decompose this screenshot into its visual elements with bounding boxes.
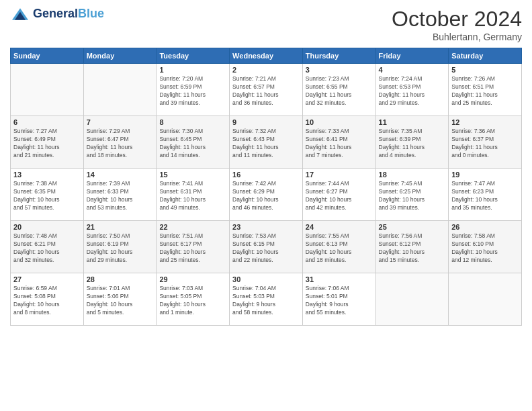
day-number: 3	[306, 66, 373, 74]
day-info: Sunrise: 7:27 AM Sunset: 6:49 PM Dayligh…	[13, 128, 81, 160]
day-cell: 6Sunrise: 7:27 AM Sunset: 6:49 PM Daylig…	[11, 116, 84, 169]
calendar-table: SundayMondayTuesdayWednesdayThursdayFrid…	[10, 48, 522, 326]
day-cell: 19Sunrise: 7:47 AM Sunset: 6:23 PM Dayli…	[449, 169, 522, 221]
column-header-monday: Monday	[83, 48, 157, 64]
day-cell	[83, 64, 157, 116]
day-cell: 27Sunrise: 6:59 AM Sunset: 5:08 PM Dayli…	[11, 273, 84, 326]
day-number: 22	[159, 223, 226, 231]
day-cell	[375, 273, 449, 326]
header-row: SundayMondayTuesdayWednesdayThursdayFrid…	[11, 48, 522, 64]
day-number: 14	[87, 171, 154, 179]
day-info: Sunrise: 7:36 AM Sunset: 6:37 PM Dayligh…	[451, 128, 519, 160]
logo-icon	[10, 7, 30, 21]
day-number: 12	[451, 118, 519, 126]
day-cell: 26Sunrise: 7:58 AM Sunset: 6:10 PM Dayli…	[449, 221, 522, 273]
day-info: Sunrise: 7:50 AM Sunset: 6:19 PM Dayligh…	[87, 232, 154, 265]
logo: GeneralBlue	[10, 7, 104, 21]
day-info: Sunrise: 7:38 AM Sunset: 6:35 PM Dayligh…	[13, 180, 81, 212]
logo-text-blue: Blue	[78, 7, 104, 20]
day-info: Sunrise: 7:35 AM Sunset: 6:39 PM Dayligh…	[379, 128, 446, 160]
day-number: 17	[306, 171, 373, 179]
day-number: 20	[13, 223, 81, 231]
day-number: 1	[159, 66, 226, 74]
month-title: October 2024	[392, 7, 522, 32]
day-info: Sunrise: 7:33 AM Sunset: 6:41 PM Dayligh…	[306, 128, 373, 160]
column-header-tuesday: Tuesday	[157, 48, 230, 64]
day-info: Sunrise: 7:47 AM Sunset: 6:23 PM Dayligh…	[451, 180, 519, 212]
day-info: Sunrise: 7:30 AM Sunset: 6:45 PM Dayligh…	[159, 128, 226, 160]
day-cell: 24Sunrise: 7:55 AM Sunset: 6:13 PM Dayli…	[302, 221, 375, 273]
day-number: 5	[451, 66, 519, 74]
day-cell: 2Sunrise: 7:21 AM Sunset: 6:57 PM Daylig…	[230, 64, 303, 116]
day-info: Sunrise: 7:29 AM Sunset: 6:47 PM Dayligh…	[87, 128, 154, 160]
day-number: 16	[232, 171, 300, 179]
day-info: Sunrise: 7:24 AM Sunset: 6:53 PM Dayligh…	[379, 75, 446, 107]
day-info: Sunrise: 7:32 AM Sunset: 6:43 PM Dayligh…	[232, 128, 300, 160]
day-info: Sunrise: 6:59 AM Sunset: 5:08 PM Dayligh…	[13, 285, 81, 317]
day-info: Sunrise: 7:56 AM Sunset: 6:12 PM Dayligh…	[379, 232, 446, 265]
day-cell: 11Sunrise: 7:35 AM Sunset: 6:39 PM Dayli…	[375, 116, 449, 169]
day-number: 18	[379, 171, 446, 179]
day-info: Sunrise: 7:03 AM Sunset: 5:05 PM Dayligh…	[159, 285, 226, 317]
day-cell: 15Sunrise: 7:41 AM Sunset: 6:31 PM Dayli…	[157, 169, 230, 221]
day-cell	[11, 64, 84, 116]
day-cell: 1Sunrise: 7:20 AM Sunset: 6:59 PM Daylig…	[157, 64, 230, 116]
day-info: Sunrise: 7:21 AM Sunset: 6:57 PM Dayligh…	[232, 75, 300, 107]
title-area: October 2024 Buhlertann, Germany	[392, 7, 522, 42]
week-row-1: 1Sunrise: 7:20 AM Sunset: 6:59 PM Daylig…	[11, 64, 522, 116]
day-cell: 7Sunrise: 7:29 AM Sunset: 6:47 PM Daylig…	[83, 116, 157, 169]
week-row-2: 6Sunrise: 7:27 AM Sunset: 6:49 PM Daylig…	[11, 116, 522, 169]
day-info: Sunrise: 7:41 AM Sunset: 6:31 PM Dayligh…	[159, 180, 226, 212]
day-cell	[449, 273, 522, 326]
day-cell: 20Sunrise: 7:48 AM Sunset: 6:21 PM Dayli…	[11, 221, 84, 273]
logo-text-general: General	[33, 7, 78, 20]
day-info: Sunrise: 7:39 AM Sunset: 6:33 PM Dayligh…	[87, 180, 154, 212]
day-info: Sunrise: 7:48 AM Sunset: 6:21 PM Dayligh…	[13, 232, 81, 265]
day-info: Sunrise: 7:53 AM Sunset: 6:15 PM Dayligh…	[232, 232, 300, 265]
day-number: 26	[451, 223, 519, 231]
day-cell: 9Sunrise: 7:32 AM Sunset: 6:43 PM Daylig…	[230, 116, 303, 169]
column-header-sunday: Sunday	[11, 48, 84, 64]
day-number: 19	[451, 171, 519, 179]
day-cell: 18Sunrise: 7:45 AM Sunset: 6:25 PM Dayli…	[375, 169, 449, 221]
day-cell: 29Sunrise: 7:03 AM Sunset: 5:05 PM Dayli…	[157, 273, 230, 326]
column-header-wednesday: Wednesday	[230, 48, 303, 64]
day-info: Sunrise: 7:58 AM Sunset: 6:10 PM Dayligh…	[451, 232, 519, 265]
day-info: Sunrise: 7:06 AM Sunset: 5:01 PM Dayligh…	[306, 285, 373, 317]
location: Buhlertann, Germany	[392, 32, 522, 42]
day-cell: 13Sunrise: 7:38 AM Sunset: 6:35 PM Dayli…	[11, 169, 84, 221]
day-number: 4	[379, 66, 446, 74]
day-cell: 3Sunrise: 7:23 AM Sunset: 6:55 PM Daylig…	[302, 64, 375, 116]
column-header-saturday: Saturday	[449, 48, 522, 64]
day-cell: 12Sunrise: 7:36 AM Sunset: 6:37 PM Dayli…	[449, 116, 522, 169]
week-row-5: 27Sunrise: 6:59 AM Sunset: 5:08 PM Dayli…	[11, 273, 522, 326]
day-cell: 25Sunrise: 7:56 AM Sunset: 6:12 PM Dayli…	[375, 221, 449, 273]
day-info: Sunrise: 7:45 AM Sunset: 6:25 PM Dayligh…	[379, 180, 446, 212]
day-cell: 30Sunrise: 7:04 AM Sunset: 5:03 PM Dayli…	[230, 273, 303, 326]
page-header: GeneralBlue October 2024 Buhlertann, Ger…	[10, 7, 522, 42]
day-info: Sunrise: 7:55 AM Sunset: 6:13 PM Dayligh…	[306, 232, 373, 265]
day-cell: 17Sunrise: 7:44 AM Sunset: 6:27 PM Dayli…	[302, 169, 375, 221]
day-info: Sunrise: 7:01 AM Sunset: 5:06 PM Dayligh…	[87, 285, 154, 317]
day-info: Sunrise: 7:23 AM Sunset: 6:55 PM Dayligh…	[306, 75, 373, 107]
day-info: Sunrise: 7:20 AM Sunset: 6:59 PM Dayligh…	[159, 75, 226, 107]
day-cell: 4Sunrise: 7:24 AM Sunset: 6:53 PM Daylig…	[375, 64, 449, 116]
column-header-thursday: Thursday	[302, 48, 375, 64]
day-number: 27	[13, 275, 81, 283]
day-cell: 5Sunrise: 7:26 AM Sunset: 6:51 PM Daylig…	[449, 64, 522, 116]
day-number: 31	[306, 275, 373, 283]
day-number: 10	[306, 118, 373, 126]
week-row-4: 20Sunrise: 7:48 AM Sunset: 6:21 PM Dayli…	[11, 221, 522, 273]
day-number: 25	[379, 223, 446, 231]
day-number: 15	[159, 171, 226, 179]
day-cell: 28Sunrise: 7:01 AM Sunset: 5:06 PM Dayli…	[83, 273, 157, 326]
day-info: Sunrise: 7:26 AM Sunset: 6:51 PM Dayligh…	[451, 75, 519, 107]
day-number: 29	[159, 275, 226, 283]
day-info: Sunrise: 7:44 AM Sunset: 6:27 PM Dayligh…	[306, 180, 373, 212]
day-number: 21	[87, 223, 154, 231]
day-cell: 31Sunrise: 7:06 AM Sunset: 5:01 PM Dayli…	[302, 273, 375, 326]
day-cell: 22Sunrise: 7:51 AM Sunset: 6:17 PM Dayli…	[157, 221, 230, 273]
day-number: 6	[13, 118, 81, 126]
day-number: 8	[159, 118, 226, 126]
day-number: 28	[87, 275, 154, 283]
